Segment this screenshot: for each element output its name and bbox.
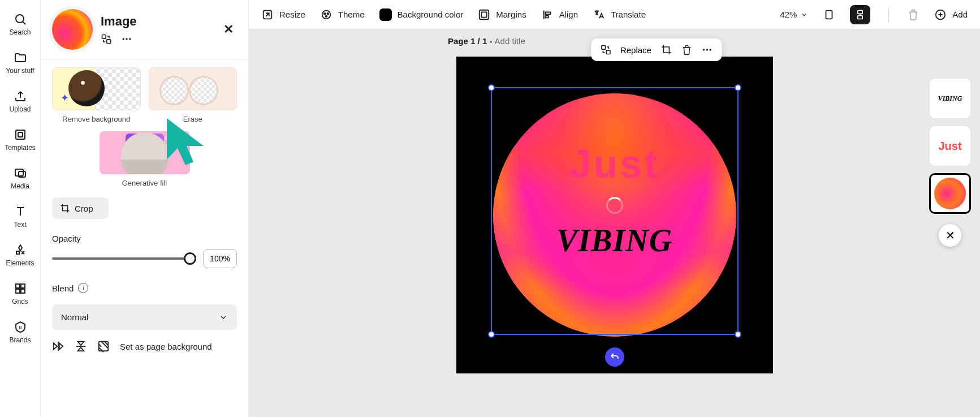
rail-brands-label: Brands xyxy=(9,336,31,344)
add-button[interactable]: Add xyxy=(934,8,968,21)
grids-icon xyxy=(14,282,27,295)
canvas-page[interactable]: Replace Just VIBING xyxy=(456,57,773,373)
top-toolbar: Resize Theme Background color Margins Al… xyxy=(249,0,980,29)
flip-h-icon[interactable] xyxy=(52,340,64,352)
trash-icon xyxy=(907,8,919,21)
align-icon xyxy=(541,8,554,21)
layer-thumb-just[interactable]: Just xyxy=(929,126,971,166)
single-page-icon xyxy=(823,8,835,21)
layer-thumb-vibing[interactable]: VIBING xyxy=(929,78,971,119)
zoom-control[interactable]: 42% xyxy=(780,10,808,19)
rail-elements-label: Elements xyxy=(6,259,34,267)
replace-icon[interactable] xyxy=(101,33,112,45)
rail-your-stuff[interactable]: Your stuff xyxy=(0,45,40,80)
gen-fill-label: Generative fill xyxy=(122,179,167,187)
theme-icon xyxy=(320,8,333,21)
more-icon[interactable] xyxy=(121,33,132,45)
scroll-view-icon xyxy=(854,9,866,20)
crop-label: Crop xyxy=(75,204,93,213)
panel-title: Image xyxy=(101,14,212,29)
undo-fab[interactable] xyxy=(605,347,624,367)
selection-toolbar: Replace xyxy=(591,38,722,61)
svg-rect-2 xyxy=(16,130,25,139)
selection-box[interactable] xyxy=(491,87,739,335)
text-icon xyxy=(14,205,27,218)
opacity-label: Opacity xyxy=(41,219,248,249)
replace-icon[interactable] xyxy=(600,44,611,55)
canvas-area[interactable]: Page 1 / 1 - Add title Replace Just VIBI… xyxy=(249,29,980,417)
scroll-view-button[interactable] xyxy=(850,5,870,24)
resize-handle-sw[interactable] xyxy=(488,331,495,338)
svg-point-13 xyxy=(123,38,124,40)
svg-rect-28 xyxy=(545,15,549,18)
elements-icon xyxy=(14,243,27,257)
svg-rect-24 xyxy=(480,10,489,19)
single-page-view-button[interactable] xyxy=(823,8,835,21)
erase-card[interactable]: Erase xyxy=(149,67,238,123)
replace-label[interactable]: Replace xyxy=(620,45,651,55)
theme-button[interactable]: Theme xyxy=(320,8,365,21)
image-properties-panel: Image ✕ ✦ Remove background Erase Genera… xyxy=(41,0,249,417)
remove-background-card[interactable]: ✦ Remove background xyxy=(52,67,141,123)
crop-icon xyxy=(60,203,70,213)
rail-elements[interactable]: Elements xyxy=(0,238,40,273)
bgcolor-swatch-icon xyxy=(379,8,392,21)
folder-icon xyxy=(14,51,27,65)
svg-rect-3 xyxy=(18,132,23,137)
rail-grids[interactable]: Grids xyxy=(0,276,40,311)
align-button[interactable]: Align xyxy=(541,8,578,21)
margins-button[interactable]: Margins xyxy=(478,8,526,21)
align-label: Align xyxy=(559,10,578,19)
trash-icon[interactable] xyxy=(681,44,692,55)
resize-handle-ne[interactable] xyxy=(735,84,741,91)
resize-button[interactable]: Resize xyxy=(261,8,305,21)
blend-mode-value: Normal xyxy=(61,312,88,322)
resize-label: Resize xyxy=(279,10,305,19)
erase-label: Erase xyxy=(183,115,202,123)
bgcolor-button[interactable]: Background color xyxy=(379,8,464,21)
svg-rect-25 xyxy=(482,12,487,17)
rail-text[interactable]: Text xyxy=(0,199,40,234)
gen-fill-thumb xyxy=(100,131,190,174)
sparkle-icon: ✦ xyxy=(61,92,69,104)
rail-upload[interactable]: Upload xyxy=(0,84,40,119)
info-icon[interactable]: i xyxy=(78,283,88,293)
generative-fill-card[interactable]: Generative fill xyxy=(52,131,237,187)
translate-label: Translate xyxy=(611,10,646,19)
crop-icon[interactable] xyxy=(660,44,672,55)
resize-handle-se[interactable] xyxy=(735,331,741,338)
translate-button[interactable]: Translate xyxy=(593,8,646,21)
media-icon xyxy=(14,166,27,180)
resize-handle-nw[interactable] xyxy=(488,84,495,91)
crop-button[interactable]: Crop xyxy=(52,197,109,219)
svg-point-37 xyxy=(709,49,711,50)
margins-label: Margins xyxy=(496,10,526,19)
set-bg-label[interactable]: Set as page background xyxy=(120,342,212,351)
svg-point-0 xyxy=(16,15,24,23)
close-panel-button[interactable]: ✕ xyxy=(220,19,237,40)
rail-templates[interactable]: Templates xyxy=(0,122,40,157)
rail-search[interactable]: Search xyxy=(0,7,40,42)
svg-rect-8 xyxy=(16,289,20,293)
more-icon[interactable] xyxy=(701,44,713,55)
close-layers-button[interactable]: ✕ xyxy=(939,224,961,247)
rail-grids-label: Grids xyxy=(12,298,28,306)
blend-label-row: Blend i xyxy=(41,268,248,299)
rail-brands[interactable]: B Brands xyxy=(0,315,40,350)
page-label[interactable]: Page 1 / 1 - Add title xyxy=(448,36,525,46)
blend-mode-select[interactable]: Normal xyxy=(52,304,237,330)
opacity-slider-thumb[interactable] xyxy=(184,252,196,265)
rail-media[interactable]: Media xyxy=(0,161,40,196)
svg-rect-27 xyxy=(545,12,550,14)
flip-v-icon[interactable] xyxy=(75,340,87,352)
opacity-input[interactable] xyxy=(203,249,237,268)
search-icon xyxy=(14,12,27,26)
layer-thumb-gradient[interactable] xyxy=(929,173,971,214)
svg-rect-30 xyxy=(858,10,862,14)
svg-rect-6 xyxy=(16,284,20,288)
opacity-slider[interactable] xyxy=(52,257,195,260)
svg-rect-12 xyxy=(107,40,111,44)
svg-point-22 xyxy=(327,12,329,14)
pattern-icon[interactable] xyxy=(97,340,110,352)
delete-button[interactable] xyxy=(907,8,919,21)
